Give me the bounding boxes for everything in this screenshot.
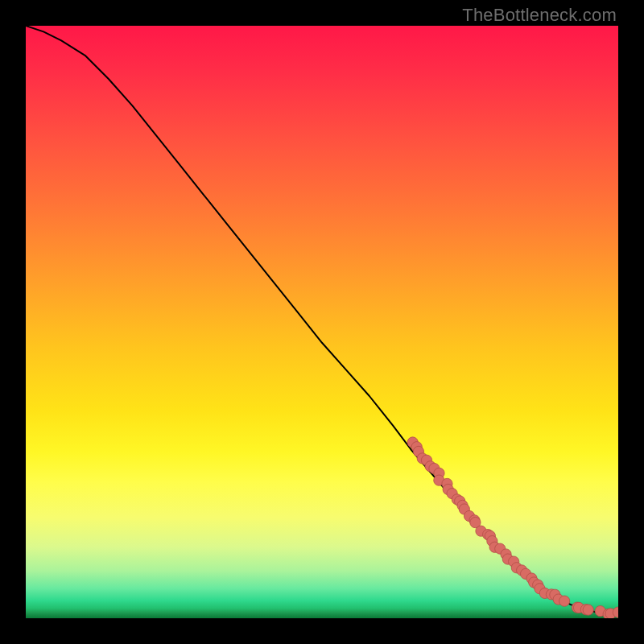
bottleneck-curve-path (26, 26, 618, 613)
plot-area (26, 26, 618, 618)
chart-overlay-svg (26, 26, 618, 618)
data-markers-group (407, 437, 618, 618)
chart-frame: TheBottleneck.com (0, 0, 644, 644)
data-marker (583, 605, 593, 615)
watermark-text: TheBottleneck.com (462, 5, 617, 26)
data-marker (559, 596, 570, 606)
